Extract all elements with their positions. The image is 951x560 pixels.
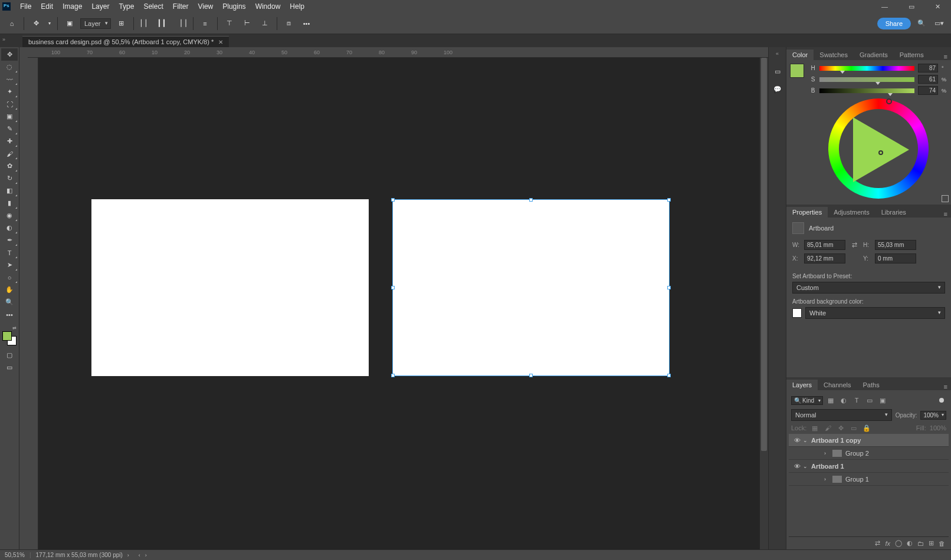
hue-slider[interactable] [819,66,914,71]
menu-help[interactable]: Help [285,2,309,11]
disclosure-icon[interactable]: › [824,476,832,482]
filter-type-icon[interactable]: T [851,395,862,406]
menu-edit[interactable]: Edit [36,2,58,11]
align-hcenter-icon[interactable]: ▎▎ [156,17,170,31]
tab-properties[interactable]: Properties [786,207,828,218]
lock-paint-icon[interactable]: 🖌 [823,423,832,433]
dodge-tool[interactable]: ◐ [1,222,18,234]
delete-layer-icon[interactable]: 🗑 [939,540,945,547]
vertical-scrollbar[interactable] [760,58,768,549]
menu-type[interactable]: Type [114,2,139,11]
blur-tool[interactable]: ◉ [1,209,18,222]
width-field[interactable] [804,240,845,250]
bgcolor-swatch[interactable] [792,308,802,318]
filter-pixel-icon[interactable]: ▦ [825,395,836,406]
layer-name[interactable]: Artboard 1 copy [811,437,861,444]
horizontal-ruler[interactable]: 100 70 60 10 20 30 40 50 60 70 80 90 100 [28,47,768,58]
scroll-right-icon[interactable]: › [145,552,147,558]
collapse-panels-icon[interactable]: « [776,51,779,57]
resize-handle[interactable] [391,198,395,202]
bri-slider[interactable] [819,88,914,93]
hand-tool[interactable]: ✋ [1,284,18,296]
pen-tool[interactable]: ✒ [1,234,18,246]
lasso-tool[interactable]: 〰 [1,73,18,85]
eyedropper-tool[interactable]: ✎ [1,123,18,135]
layer-mask-icon[interactable]: ◯ [895,539,902,547]
filter-shape-icon[interactable]: ▭ [864,395,875,406]
filter-adjust-icon[interactable]: ◐ [838,395,849,406]
sat-value[interactable]: 61 [918,75,938,84]
frame-tool[interactable]: ▣ [1,110,18,123]
layer-name[interactable]: Group 2 [845,450,869,457]
new-layer-icon[interactable]: ⊞ [929,539,934,547]
crop-tool[interactable]: ⛶ [1,98,18,110]
share-button[interactable]: Share [877,18,911,29]
healing-brush-tool[interactable]: ✚ [1,135,18,147]
home-button[interactable]: ⌂ [5,17,19,31]
artboard-1-copy[interactable] [392,199,670,376]
artboard-1[interactable] [91,199,369,376]
layer-item-artboard[interactable]: 👁 ⌄ Artboard 1 copy [789,434,949,447]
workspace-switcher-icon[interactable]: ▭▾ [932,17,946,31]
visibility-toggle-icon[interactable]: 👁 [791,437,803,444]
shape-tool[interactable]: ○ [1,271,18,284]
lock-transparency-icon[interactable]: ▦ [810,423,819,433]
menu-file[interactable]: File [15,2,36,11]
3d-mode-icon[interactable]: ⧈ [282,17,296,31]
expand-panels-icon[interactable]: » [2,37,5,42]
learn-panel-icon[interactable]: ▭ [772,66,783,77]
layer-item-group[interactable]: › Group 2 [789,447,949,460]
type-tool[interactable]: T [1,246,18,259]
disclosure-icon[interactable]: › [824,450,832,456]
opacity-field[interactable]: 100% [920,411,946,420]
align-bottom-icon[interactable]: ⊥ [258,17,272,31]
menu-image[interactable]: Image [58,2,87,11]
document-dimensions[interactable]: 177,12 mm x 55,03 mm (300 ppi) [36,552,123,558]
transform-controls-toggle[interactable]: ⊞ [114,17,129,31]
resize-handle[interactable] [529,374,533,377]
color-wheel[interactable] [828,98,929,199]
filter-smart-icon[interactable]: ▣ [877,395,888,406]
bri-value[interactable]: 74 [918,86,938,95]
window-minimize-button[interactable]: — [871,0,898,13]
lock-all-icon[interactable]: 🔒 [862,423,871,433]
fg-bg-swatches[interactable] [2,331,17,345]
link-layers-icon[interactable]: ⇄ [875,539,880,547]
gradient-tool[interactable]: ▮ [1,197,18,209]
resize-handle[interactable] [391,286,395,289]
auto-select-target-dropdown[interactable]: Layer [80,18,111,29]
move-tool-icon[interactable]: ✥ [29,17,43,31]
tab-adjustments[interactable]: Adjustments [828,207,875,218]
eraser-tool[interactable]: ◧ [1,185,18,197]
window-maximize-button[interactable]: ▭ [898,0,924,13]
layer-filter-kind-dropdown[interactable]: 🔍 Kind [791,396,823,405]
tab-color[interactable]: Color [786,50,814,60]
visibility-toggle-icon[interactable]: 👁 [791,463,803,470]
tab-libraries[interactable]: Libraries [875,207,912,218]
screenmode-icon[interactable]: ▭ [1,361,18,374]
edit-toolbar-icon[interactable]: ••• [1,308,18,321]
align-vcenter-icon[interactable]: ⊢ [240,17,254,31]
resize-handle[interactable] [667,374,671,377]
tab-layers[interactable]: Layers [786,380,818,390]
canvas[interactable] [38,58,760,549]
menu-window[interactable]: Window [251,2,286,11]
disclosure-icon[interactable]: ⌄ [803,437,811,443]
panel-menu-icon[interactable]: ≡ [940,383,951,390]
layer-effects-icon[interactable]: fx [885,540,890,547]
menu-layer[interactable]: Layer [87,2,114,11]
search-icon[interactable]: 🔍 [914,17,929,31]
tab-swatches[interactable]: Swatches [814,50,854,60]
color-display-toggle-icon[interactable] [942,195,949,202]
align-right-icon[interactable]: ▕▕ [174,17,188,31]
hue-value[interactable]: 87 [918,64,938,73]
resize-handle[interactable] [529,198,533,202]
resize-handle[interactable] [667,198,671,202]
zoom-level[interactable]: 50,51% [5,552,25,558]
menu-filter[interactable]: Filter [168,2,194,11]
blend-mode-dropdown[interactable]: Normal [791,409,892,421]
panel-menu-icon[interactable]: ≡ [940,53,951,60]
quickmask-icon[interactable]: ▢ [1,349,18,361]
menu-select[interactable]: Select [139,2,168,11]
zoom-tool[interactable]: 🔍 [1,296,18,308]
